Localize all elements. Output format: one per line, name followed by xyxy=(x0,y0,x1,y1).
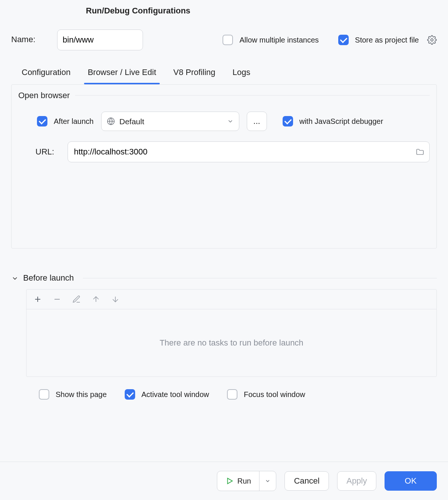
allow-multiple-input[interactable] xyxy=(223,35,233,45)
chevron-down-icon xyxy=(265,478,271,484)
chevron-down-icon[interactable] xyxy=(11,275,19,282)
store-project-checkbox[interactable]: Store as project file xyxy=(337,34,419,46)
svg-marker-7 xyxy=(227,478,232,484)
after-launch-input[interactable] xyxy=(37,116,47,126)
show-this-page-checkbox[interactable]: Show this page xyxy=(37,388,107,401)
apply-button[interactable]: Apply xyxy=(337,471,376,491)
tab-browser-live-edit[interactable]: Browser / Live Edit xyxy=(87,67,157,84)
after-launch-label: After launch xyxy=(54,116,94,126)
browse-button[interactable]: ... xyxy=(247,112,267,131)
run-dropdown[interactable] xyxy=(259,471,276,491)
focus-tool-input[interactable] xyxy=(227,389,237,400)
move-down-icon[interactable] xyxy=(111,295,120,304)
run-button[interactable]: Run xyxy=(217,471,259,491)
js-debugger-checkbox[interactable]: with JavaScript debugger xyxy=(281,115,383,128)
cancel-button[interactable]: Cancel xyxy=(284,471,329,491)
dialog-footer: Run Cancel Apply OK xyxy=(0,462,448,500)
play-icon xyxy=(225,477,234,485)
browser-select-label: Default xyxy=(119,116,223,127)
tab-v8-profiling[interactable]: V8 Profiling xyxy=(172,67,216,84)
after-launch-checkbox[interactable]: After launch xyxy=(35,115,94,128)
url-input[interactable] xyxy=(68,141,430,162)
dialog-title: Run/Debug Configurations xyxy=(0,0,448,19)
js-debugger-input[interactable] xyxy=(283,116,293,126)
name-input[interactable] xyxy=(57,29,143,50)
divider xyxy=(75,95,430,96)
run-button-group: Run xyxy=(217,471,277,491)
name-label: Name: xyxy=(11,34,35,46)
tabs: Configuration Browser / Live Edit V8 Pro… xyxy=(0,50,448,84)
folder-icon[interactable] xyxy=(416,147,424,156)
show-this-page-input[interactable] xyxy=(39,389,49,400)
browser-panel: Open browser After launch Default ... wi… xyxy=(11,84,437,249)
divider xyxy=(83,278,437,278)
add-icon[interactable] xyxy=(33,295,42,304)
js-debugger-label: with JavaScript debugger xyxy=(299,116,383,126)
move-up-icon[interactable] xyxy=(91,295,100,304)
url-label: URL: xyxy=(35,146,58,158)
store-project-input[interactable] xyxy=(338,35,349,45)
allow-multiple-label: Allow multiple instances xyxy=(239,35,318,45)
show-this-page-label: Show this page xyxy=(56,389,107,400)
before-launch-empty: There are no tasks to run before launch xyxy=(27,309,436,376)
allow-multiple-checkbox[interactable]: Allow multiple instances xyxy=(221,34,318,46)
activate-tool-label: Activate tool window xyxy=(141,389,209,400)
remove-icon[interactable] xyxy=(53,295,62,304)
svg-point-0 xyxy=(431,39,433,41)
focus-tool-label: Focus tool window xyxy=(244,389,305,400)
focus-tool-checkbox[interactable]: Focus tool window xyxy=(225,388,305,401)
gear-icon[interactable] xyxy=(427,35,437,45)
activate-tool-input[interactable] xyxy=(125,389,135,400)
run-label: Run xyxy=(237,476,251,486)
before-launch-title: Before launch xyxy=(23,272,74,284)
edit-icon[interactable] xyxy=(72,295,81,304)
tab-logs[interactable]: Logs xyxy=(232,67,251,84)
tab-configuration[interactable]: Configuration xyxy=(21,67,71,84)
browser-select[interactable]: Default xyxy=(101,112,239,131)
open-browser-title: Open browser xyxy=(18,90,70,101)
store-project-label: Store as project file xyxy=(355,35,419,45)
before-launch-box: There are no tasks to run before launch xyxy=(26,289,437,377)
ok-button[interactable]: OK xyxy=(385,471,437,491)
activate-tool-checkbox[interactable]: Activate tool window xyxy=(123,388,209,401)
